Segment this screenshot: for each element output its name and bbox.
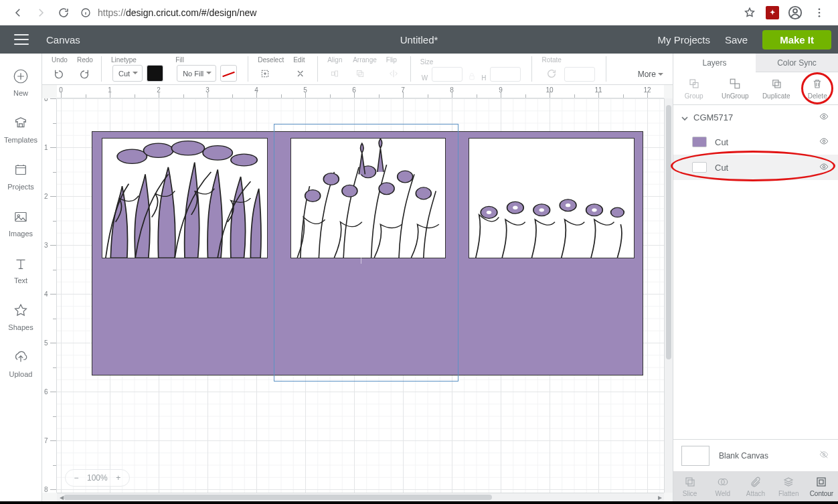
browser-chrome: https://design.cricut.com/#/design/new ✦	[0, 0, 838, 25]
scroll-thumb-v[interactable]	[666, 105, 671, 359]
upload-button[interactable]: Upload	[0, 340, 42, 387]
site-info-icon[interactable]	[80, 7, 94, 18]
svg-rect-43	[773, 80, 778, 85]
ruler-horizontal: 012345678910111213	[57, 85, 664, 98]
make-it-button[interactable]: Make It	[762, 30, 831, 50]
scroll-thumb-h[interactable]	[64, 495, 492, 500]
svg-rect-49	[686, 478, 692, 484]
duplicate-button[interactable]: Duplicate	[756, 72, 797, 104]
blank-swatch	[681, 446, 709, 466]
line-color-swatch[interactable]	[147, 65, 163, 82]
rotate-label: Rotate	[540, 56, 561, 64]
bookmark-icon[interactable]	[742, 7, 758, 19]
zoom-control[interactable]: − 100% +	[65, 469, 130, 487]
svg-point-23	[342, 185, 357, 197]
save-link[interactable]: Save	[725, 34, 748, 46]
undo-button[interactable]	[50, 65, 68, 82]
edit-toolbar: Undo Redo Linetype Cut Fill No Fill Dese…	[42, 54, 673, 85]
ruler-vertical: 0123456789	[42, 98, 57, 493]
edit-button[interactable]	[292, 65, 309, 82]
shapes-button[interactable]: Shapes	[0, 293, 42, 340]
size-label: Size	[419, 58, 433, 66]
caret-down-icon[interactable]	[681, 114, 688, 120]
redo-button[interactable]	[76, 65, 93, 82]
account-icon[interactable]	[787, 5, 803, 20]
fill-color-swatch[interactable]	[220, 65, 237, 82]
new-button[interactable]: New	[0, 59, 42, 106]
menu-button[interactable]	[0, 25, 42, 54]
linetype-label: Linetype	[110, 56, 137, 64]
tab-color-sync[interactable]: Color Sync	[756, 54, 838, 72]
visibility-icon[interactable]	[818, 112, 830, 123]
bottom-border	[0, 501, 838, 504]
layer-label: Cut	[715, 163, 728, 173]
layer-row-2[interactable]: Cut	[673, 155, 838, 180]
my-projects-link[interactable]: My Projects	[658, 34, 710, 46]
contour-button[interactable]: Contour	[805, 471, 838, 501]
url-text: design.cricut.com/#/design/new	[126, 7, 256, 18]
layer-list[interactable]: CGM5717 Cut Cut	[673, 105, 838, 439]
canvas-area[interactable]: 012345678910111213 0123456789	[42, 85, 673, 501]
blank-canvas-row[interactable]: Blank Canvas	[673, 439, 838, 471]
svg-rect-11	[332, 72, 335, 75]
artwork-panel-3[interactable]	[469, 138, 635, 258]
layer-actions-bottom: Slice Weld Attach Flatten Contour	[673, 471, 838, 501]
layer-row-1[interactable]: Cut	[673, 129, 838, 155]
pdf-extension-icon[interactable]: ✦	[766, 6, 779, 19]
artwork-panel-2[interactable]	[290, 138, 446, 258]
layer-group-header[interactable]: CGM5717	[673, 105, 838, 129]
tab-layers[interactable]: Layers	[673, 54, 756, 72]
weld-button: Weld	[706, 471, 739, 501]
reload-icon[interactable]	[52, 0, 75, 25]
more-menu[interactable]: More	[638, 70, 667, 82]
svg-rect-12	[335, 71, 338, 76]
artwork-panel-1[interactable]	[102, 138, 268, 258]
scrollbar-vertical[interactable]	[664, 98, 673, 493]
flip-button	[385, 65, 402, 82]
svg-point-4	[819, 11, 821, 13]
fill-label: Fill	[174, 56, 184, 64]
deselect-button[interactable]	[256, 65, 274, 82]
edit-label: Edit	[292, 56, 305, 64]
zoom-in-icon[interactable]: +	[113, 473, 124, 483]
forward-icon[interactable]	[29, 0, 52, 25]
svg-rect-44	[775, 82, 780, 87]
svg-rect-54	[819, 480, 823, 484]
fill-select[interactable]: No Fill	[177, 65, 216, 82]
svg-point-25	[379, 183, 394, 195]
visibility-icon[interactable]	[818, 137, 830, 148]
ungroup-button[interactable]: UnGroup	[715, 72, 756, 104]
address-bar[interactable]: https://design.cricut.com/#/design/new	[75, 3, 742, 22]
text-button[interactable]: Text	[0, 246, 42, 293]
svg-point-17	[144, 143, 173, 157]
text-label: Text	[14, 276, 27, 284]
back-icon[interactable]	[7, 0, 29, 25]
linetype-select[interactable]: Cut	[112, 65, 143, 82]
svg-point-5	[819, 15, 821, 17]
visibility-icon[interactable]	[818, 162, 830, 173]
projects-button[interactable]: Projects	[0, 153, 42, 199]
app-header: Canvas Untitled* My Projects Save Make I…	[0, 25, 838, 54]
layer-group-name: CGM5717	[693, 112, 733, 122]
arrange-button	[351, 65, 369, 82]
layer-swatch	[692, 162, 707, 173]
width-input	[432, 67, 463, 82]
slice-button: Slice	[673, 471, 706, 501]
svg-point-3	[819, 8, 821, 10]
images-button[interactable]: Images	[0, 199, 42, 246]
scroll-right-icon[interactable]: ▸	[655, 493, 664, 501]
project-title[interactable]: Untitled*	[400, 34, 438, 46]
templates-button[interactable]: Templates	[0, 106, 42, 153]
scrollbar-horizontal[interactable]: ◂ ▸	[57, 493, 664, 501]
projects-label: Projects	[7, 183, 34, 191]
zoom-out-icon[interactable]: −	[71, 473, 82, 483]
canvas-grid[interactable]	[57, 98, 664, 493]
delete-button[interactable]: Delete	[797, 72, 839, 104]
artwork-group[interactable]	[92, 131, 643, 375]
shapes-label: Shapes	[8, 323, 33, 331]
browser-menu-icon[interactable]	[811, 7, 827, 19]
deselect-label: Deselect	[256, 56, 284, 64]
svg-rect-42	[735, 84, 740, 88]
rotate-input	[564, 67, 595, 82]
visibility-off-icon[interactable]	[818, 450, 830, 461]
